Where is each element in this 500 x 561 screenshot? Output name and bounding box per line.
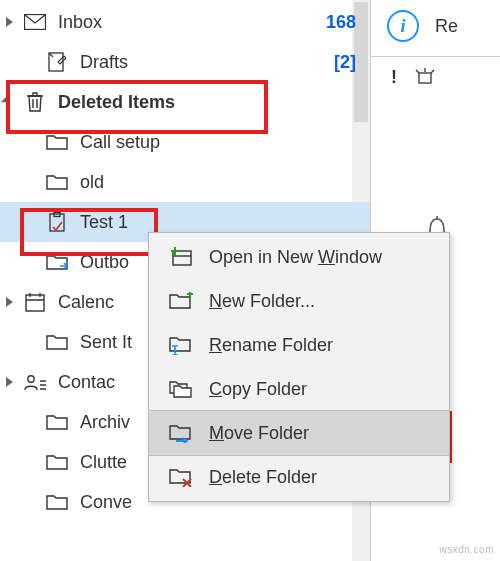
watermark: wsxdn.com bbox=[439, 544, 494, 555]
move-folder-icon bbox=[167, 422, 195, 444]
contacts-icon bbox=[22, 372, 48, 392]
menu-move-folder[interactable]: Move Folder bbox=[149, 411, 449, 455]
reply-label: Re bbox=[435, 16, 458, 37]
draft-count: [2] bbox=[334, 52, 370, 73]
menu-open-new-window[interactable]: Open in New Window bbox=[149, 235, 449, 279]
menu-rename-folder[interactable]: Rename Folder bbox=[149, 323, 449, 367]
menu-label: Open in New Window bbox=[209, 247, 435, 268]
menu-label: Copy Folder bbox=[209, 379, 435, 400]
folder-inbox[interactable]: Inbox 168 bbox=[0, 2, 370, 42]
svg-point-5 bbox=[28, 376, 34, 382]
menu-new-folder[interactable]: New Folder... bbox=[149, 279, 449, 323]
new-folder-icon bbox=[167, 290, 195, 312]
new-window-icon bbox=[167, 246, 195, 268]
info-icon[interactable]: i bbox=[387, 10, 419, 42]
menu-delete-folder[interactable]: Delete Folder bbox=[149, 455, 449, 499]
folder-call-setup[interactable]: Call setup bbox=[0, 122, 370, 162]
calendar-icon bbox=[22, 292, 48, 312]
folder-old[interactable]: old bbox=[0, 162, 370, 202]
folder-label: Call setup bbox=[80, 132, 370, 153]
menu-label: Move Folder bbox=[209, 423, 435, 444]
delete-folder-icon bbox=[167, 466, 195, 488]
mail-icon bbox=[22, 12, 48, 32]
folder-label: Drafts bbox=[80, 52, 334, 73]
folder-label: Deleted Items bbox=[58, 92, 370, 113]
folder-icon bbox=[44, 492, 70, 512]
folder-icon bbox=[44, 332, 70, 352]
svg-rect-6 bbox=[419, 73, 431, 83]
folder-icon bbox=[44, 412, 70, 432]
folder-context-menu: Open in New Window New Folder... Rename … bbox=[148, 232, 450, 502]
folder-icon bbox=[44, 132, 70, 152]
outbox-icon bbox=[44, 252, 70, 272]
menu-label: Delete Folder bbox=[209, 467, 435, 488]
rename-folder-icon bbox=[167, 334, 195, 356]
folder-icon bbox=[44, 172, 70, 192]
folder-deleted-items[interactable]: Deleted Items bbox=[0, 82, 370, 122]
clipboard-icon bbox=[44, 212, 70, 232]
menu-label: New Folder... bbox=[209, 291, 435, 312]
folder-label: Inbox bbox=[58, 12, 326, 33]
folder-drafts[interactable]: Drafts [2] bbox=[0, 42, 370, 82]
menu-label: Rename Folder bbox=[209, 335, 435, 356]
svg-rect-4 bbox=[26, 295, 44, 311]
folder-label: Test 1 bbox=[80, 212, 370, 233]
copy-folder-icon bbox=[167, 378, 195, 400]
importance-flag[interactable]: ! bbox=[391, 67, 397, 92]
folder-label: old bbox=[80, 172, 370, 193]
trash-icon bbox=[22, 92, 48, 112]
menu-copy-folder[interactable]: Copy Folder bbox=[149, 367, 449, 411]
reminder-icon[interactable] bbox=[415, 67, 435, 92]
unread-count: 168 bbox=[326, 12, 370, 33]
folder-icon bbox=[44, 452, 70, 472]
draft-icon bbox=[44, 52, 70, 72]
